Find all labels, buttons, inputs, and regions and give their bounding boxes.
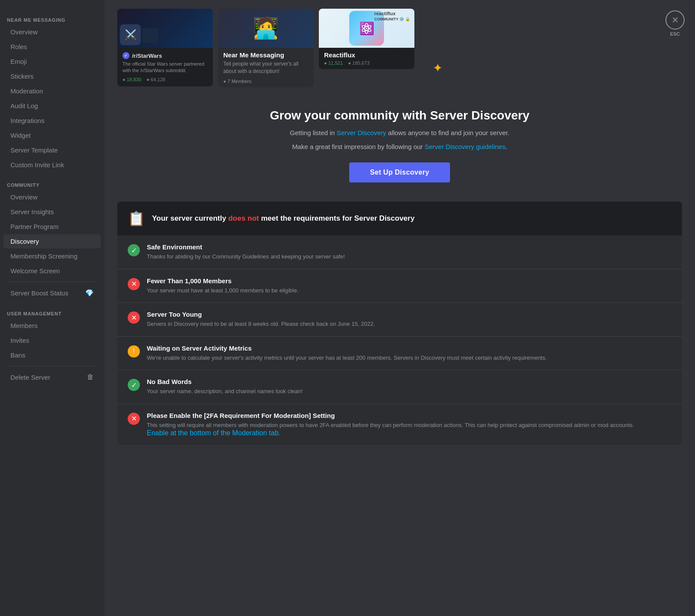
sidebar-section-label-1: COMMUNITY xyxy=(0,176,104,189)
req-title-safe-environment: Safe Environment xyxy=(147,243,672,251)
req-content-no-bad-words: No Bad WordsYour server name, descriptio… xyxy=(147,378,672,396)
sidebar-item-label-partner-program: Partner Program xyxy=(10,223,59,230)
sidebar-item-label-moderation: Moderation xyxy=(10,87,43,95)
sidebar-divider-4 xyxy=(7,366,97,366)
req-desc-waiting-activity: We're unable to calculate your server's … xyxy=(147,354,672,362)
esc-label: ESC xyxy=(670,31,680,36)
req-check-icon-no-bad-words: ✓ xyxy=(128,379,140,391)
sidebar-item-server-boost-status[interactable]: Server Boost Status💎 xyxy=(3,285,101,301)
esc-button[interactable]: ✕ ESC xyxy=(665,10,685,36)
sidebar-item-custom-invite-link[interactable]: Custom Invite Link xyxy=(3,158,101,172)
req-title-enable-2fa: Please Enable the [2FA Requirement For M… xyxy=(147,412,672,419)
card-starwars[interactable]: ⚔️ ✓ /r/StarWars The official Star Wars … xyxy=(117,9,213,86)
req-item-server-too-young: ✕Server Too YoungServers in Discovery ne… xyxy=(117,303,682,337)
req-x-icon-enable-2fa: ✕ xyxy=(128,413,140,425)
req-link-enable-2fa[interactable]: Enable at the bottom of the Moderation t… xyxy=(147,429,281,437)
sidebar-item-overview-community[interactable]: Overview xyxy=(3,190,101,204)
starwars-members: ● 64,128 xyxy=(146,77,165,82)
sidebar-item-server-template[interactable]: Server Template xyxy=(3,143,101,157)
req-desc-enable-2fa: This setting will require all members wi… xyxy=(147,421,672,430)
setup-discovery-button[interactable]: Set Up Discovery xyxy=(349,162,450,182)
req-content-fewer-members: Fewer Than 1,000 MembersYour server must… xyxy=(147,277,672,295)
cards-preview: ⚔️ ✓ /r/StarWars The official Star Wars … xyxy=(104,0,695,96)
card-nm-members: ● 7 Members xyxy=(218,79,314,87)
card-starwars-body: ✓ /r/StarWars The official Star Wars ser… xyxy=(117,48,213,86)
sidebar-item-membership-screening[interactable]: Membership Screening xyxy=(3,249,101,263)
sidebar-item-welcome-screen[interactable]: Welcome Screen xyxy=(3,264,101,278)
card-reactiflux[interactable]: ⚛️ reactifluxCOMMUNITY ⚙️ 🔒 Reactiflux ●… xyxy=(319,9,414,69)
req-x-icon-server-too-young: ✕ xyxy=(128,311,140,324)
sidebar-item-widget[interactable]: Widget xyxy=(3,128,101,142)
sidebar-item-label-stickers: Stickers xyxy=(10,73,33,80)
sidebar-item-partner-program[interactable]: Partner Program xyxy=(3,219,101,234)
card-nm-image: 🧑‍💻 xyxy=(218,9,314,48)
reactiflux-stats: ● 11,521 ● 185,673 xyxy=(319,60,414,69)
starwars-desc: The official Star Wars server partnered … xyxy=(122,61,208,74)
req-item-safe-environment: ✓Safe EnvironmentThanks for abiding by o… xyxy=(117,235,682,269)
req-content-enable-2fa: Please Enable the [2FA Requirement For M… xyxy=(147,412,672,437)
req-desc-server-too-young: Servers in Discovery need to be at least… xyxy=(147,320,672,328)
starwars-verified-badge: ✓ xyxy=(122,52,129,59)
star-sparkle-icon: ✦ xyxy=(433,61,443,75)
req-item-waiting-activity: !Waiting on Server Activity MetricsWe're… xyxy=(117,337,682,371)
sidebar-item-discovery[interactable]: Discovery xyxy=(3,234,101,248)
req-x-icon-fewer-members: ✕ xyxy=(128,278,140,290)
sidebar-item-audit-log[interactable]: Audit Log xyxy=(3,99,101,113)
sidebar-item-label-members: Members xyxy=(10,322,38,329)
sidebar: NEAR ME MESSAGINGOverviewRolesEmojiStick… xyxy=(0,0,104,616)
req-item-no-bad-words: ✓No Bad WordsYour server name, descripti… xyxy=(117,370,682,404)
card-rf-image: ⚛️ reactifluxCOMMUNITY ⚙️ 🔒 xyxy=(319,9,414,48)
boost-gem-icon: 💎 xyxy=(85,289,94,297)
sidebar-item-label-widget: Widget xyxy=(10,132,31,139)
sidebar-item-label-delete-server: Delete Server xyxy=(10,374,50,381)
trash-icon: 🗑 xyxy=(87,373,94,381)
sidebar-item-label-discovery: Discovery xyxy=(10,238,39,245)
hero-desc-1: Getting listed in Server Discovery allow… xyxy=(130,128,669,138)
sidebar-item-integrations[interactable]: Integrations xyxy=(3,113,101,128)
sidebar-item-label-overview-community: Overview xyxy=(10,193,38,201)
rf-members: ● 185,673 xyxy=(348,60,369,66)
sidebar-item-label-membership-screening: Membership Screening xyxy=(10,252,77,260)
does-not-text: does not xyxy=(228,214,259,222)
sidebar-item-stickers[interactable]: Stickers xyxy=(3,69,101,83)
sidebar-item-server-insights[interactable]: Server Insights xyxy=(3,205,101,219)
sidebar-item-label-integrations: Integrations xyxy=(10,117,44,124)
req-content-safe-environment: Safe EnvironmentThanks for abiding by ou… xyxy=(147,243,672,261)
sidebar-item-label-emoji: Emoji xyxy=(10,58,27,65)
sidebar-item-members[interactable]: Members xyxy=(3,318,101,333)
sidebar-item-label-invites: Invites xyxy=(10,337,29,344)
card-nm-title: Near Me Messaging xyxy=(218,48,314,60)
req-desc-fewer-members: Your server must have at least 1,000 mem… xyxy=(147,286,672,295)
req-title-fewer-members: Fewer Than 1,000 Members xyxy=(147,277,672,285)
sidebar-item-emoji[interactable]: Emoji xyxy=(3,54,101,69)
sidebar-item-label-overview-top: Overview xyxy=(10,28,38,36)
hero-desc-2: Make a great first impression by followi… xyxy=(130,142,669,152)
req-item-enable-2fa: ✕Please Enable the [2FA Requirement For … xyxy=(117,404,682,445)
server-discovery-guidelines-link[interactable]: Server Discovery guidelines xyxy=(425,143,506,150)
sidebar-item-label-bans: Bans xyxy=(10,351,25,359)
sidebar-item-invites[interactable]: Invites xyxy=(3,333,101,348)
req-content-server-too-young: Server Too YoungServers in Discovery nee… xyxy=(147,311,672,328)
sidebar-item-bans[interactable]: Bans xyxy=(3,348,101,362)
card-starwars-image: ⚔️ xyxy=(117,9,213,48)
sidebar-item-roles[interactable]: Roles xyxy=(3,40,101,54)
sidebar-item-overview-top[interactable]: Overview xyxy=(3,25,101,39)
starwars-stats: ● 18,830 ● 64,128 xyxy=(122,77,208,82)
card-nearmemessaging[interactable]: 🧑‍💻 Near Me Messaging Tell people what y… xyxy=(218,9,314,87)
req-content-waiting-activity: Waiting on Server Activity MetricsWe're … xyxy=(147,344,672,362)
starwars-online: ● 18,830 xyxy=(122,77,141,82)
sidebar-item-label-server-template: Server Template xyxy=(10,146,58,154)
sidebar-item-label-welcome-screen: Welcome Screen xyxy=(10,267,60,275)
starwars-name: /r/StarWars xyxy=(132,53,162,59)
req-title-no-bad-words: No Bad Words xyxy=(147,378,672,385)
server-discovery-link-1[interactable]: Server Discovery xyxy=(337,129,386,136)
sidebar-section-label-0: NEAR ME MESSAGING xyxy=(0,10,104,24)
sidebar-divider-2 xyxy=(7,282,97,282)
main-content: ✕ ESC ⚔️ ✓ /r/StarWars The official Star… xyxy=(104,0,695,616)
req-check-icon-safe-environment: ✓ xyxy=(128,244,140,256)
req-desc-no-bad-words: Your server name, description, and chann… xyxy=(147,387,672,396)
hero-section: Grow your community with Server Discover… xyxy=(104,96,695,193)
sidebar-item-label-server-insights: Server Insights xyxy=(10,208,54,215)
sidebar-item-moderation[interactable]: Moderation xyxy=(3,84,101,98)
sidebar-item-delete-server[interactable]: Delete Server🗑 xyxy=(3,370,101,384)
